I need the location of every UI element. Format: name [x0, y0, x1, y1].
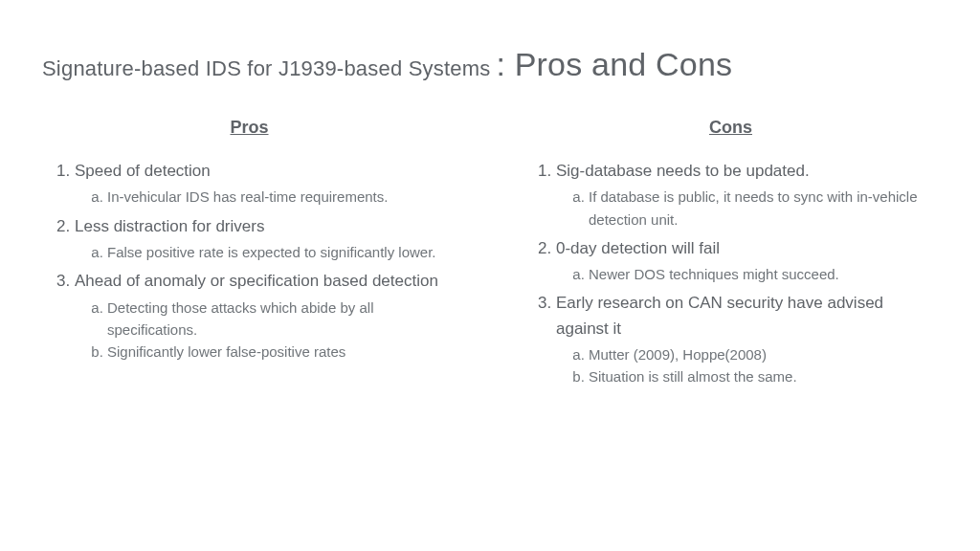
cons-list: Sig-database needs to be updated. If dat…: [523, 159, 938, 388]
list-item: Less distraction for drivers False posit…: [75, 214, 457, 264]
sub-item: Detecting those attacks which abide by a…: [107, 297, 457, 342]
sub-item: If database is public, it needs to sync …: [589, 186, 938, 231]
list-item-text: Speed of detection: [75, 162, 211, 180]
list-item-text: Ahead of anomaly or specification based …: [75, 272, 438, 290]
pros-column: Pros Speed of detection In-vehicular IDS…: [42, 118, 457, 394]
sub-list: Mutter (2009), Hoppe(2008) Situation is …: [556, 343, 938, 388]
pros-list: Speed of detection In-vehicular IDS has …: [42, 159, 457, 363]
slide: Signature-based IDS for J1939-based Syst…: [0, 0, 980, 394]
list-item: Sig-database needs to be updated. If dat…: [556, 159, 938, 231]
list-item: Ahead of anomaly or specification based …: [75, 269, 457, 363]
sub-item: Newer DOS techniques might succeed.: [589, 263, 938, 285]
sub-item: Significantly lower false-positive rates: [107, 341, 457, 363]
pros-header: Pros: [42, 118, 457, 138]
cons-header: Cons: [523, 118, 938, 138]
sub-list: In-vehicular IDS has real-time requireme…: [75, 186, 457, 208]
list-item-text: Less distraction for drivers: [75, 217, 264, 235]
list-item: Speed of detection In-vehicular IDS has …: [75, 159, 457, 209]
sub-list: Newer DOS techniques might succeed.: [556, 263, 938, 285]
list-item-text: Sig-database needs to be updated.: [556, 162, 810, 180]
list-item: Early research on CAN security have advi…: [556, 291, 938, 387]
title-main: : Pros and Cons: [496, 46, 732, 83]
title-row: Signature-based IDS for J1939-based Syst…: [42, 46, 938, 83]
sub-item: Situation is still almost the same.: [589, 365, 938, 387]
sub-item: Mutter (2009), Hoppe(2008): [589, 343, 938, 365]
sub-list: If database is public, it needs to sync …: [556, 186, 938, 231]
list-item-text: 0-day detection will fail: [556, 239, 720, 257]
columns-wrap: Pros Speed of detection In-vehicular IDS…: [42, 118, 938, 394]
sub-list: False positive rate is expected to signi…: [75, 241, 457, 263]
title-prefix: Signature-based IDS for J1939-based Syst…: [42, 56, 490, 81]
cons-column: Cons Sig-database needs to be updated. I…: [523, 118, 938, 394]
sub-item: In-vehicular IDS has real-time requireme…: [107, 186, 457, 208]
list-item-text: Early research on CAN security have advi…: [556, 294, 883, 337]
list-item: 0-day detection will fail Newer DOS tech…: [556, 236, 938, 286]
sub-item: False positive rate is expected to signi…: [107, 241, 457, 263]
sub-list: Detecting those attacks which abide by a…: [75, 297, 457, 364]
